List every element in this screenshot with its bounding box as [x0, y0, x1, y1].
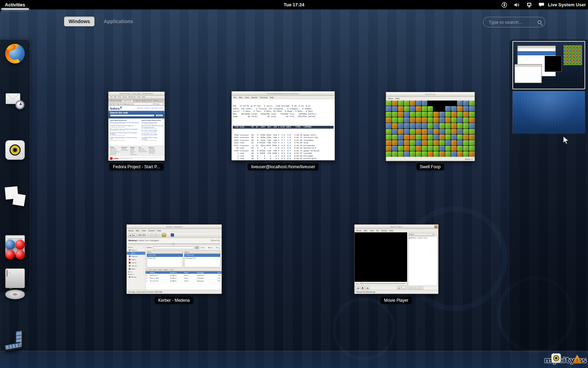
swellfoop-tile[interactable] [398, 129, 404, 134]
swellfoop-tile[interactable] [392, 146, 398, 151]
sidebar-item[interactable]: Last.fm [127, 261, 145, 264]
artist-header[interactable]: Artist [147, 251, 183, 254]
swellfoop-tile[interactable] [457, 146, 463, 151]
swellfoop-tile[interactable] [422, 135, 427, 140]
sidebar-selector[interactable]: Playlist▾ [408, 233, 435, 236]
swellfoop-tile[interactable] [428, 151, 433, 157]
swellfoop-tile[interactable] [422, 146, 427, 151]
swellfoop-tile[interactable] [445, 106, 451, 111]
stores-header[interactable]: Stores [127, 271, 145, 273]
planet-link[interactable]: Christopher Smart: Using F... repository… [141, 137, 163, 142]
announcement-link[interactable]: Comparative Bug initiative for Fedora 15… [110, 125, 140, 128]
swellfoop-tile[interactable] [451, 140, 457, 145]
add-button[interactable]: + [408, 287, 412, 289]
seek-slider[interactable] [127, 243, 222, 245]
swellfoop-tile[interactable] [386, 146, 392, 151]
swellfoop-tile[interactable] [433, 135, 439, 140]
swellfoop-tile[interactable] [410, 135, 415, 140]
swellfoop-tile[interactable] [422, 140, 427, 145]
swellfoop-tile[interactable] [404, 117, 410, 123]
swellfoop-tile[interactable] [451, 106, 457, 111]
search-input[interactable]: Type to search... [483, 17, 545, 27]
user-menu[interactable]: Live System User [548, 2, 586, 7]
menu-item[interactable]: Help [142, 96, 145, 98]
window-terminal[interactable]: liveuser@localhost:/home/liveuser FileEd… [231, 91, 335, 161]
seek-handle[interactable] [172, 243, 175, 245]
tab-windows[interactable]: Windows [64, 16, 94, 26]
swellfoop-tile[interactable] [410, 112, 415, 117]
swellfoop-tile[interactable] [392, 123, 398, 128]
swellfoop-tile[interactable] [439, 117, 445, 123]
track-row[interactable]: 5San San SanHardRockKerberUnplugged5:06 [146, 280, 222, 282]
track-row[interactable]: 4Nebo Je MaloHardRockKerberUnplugged4:04 [146, 277, 222, 280]
swellfoop-tile[interactable] [392, 112, 398, 117]
swellfoop-tile[interactable] [457, 135, 463, 140]
menu-item[interactable]: Terminal [260, 96, 267, 98]
swellfoop-tile[interactable] [410, 117, 415, 123]
swellfoop-tile[interactable] [410, 123, 415, 128]
swellfoop-board[interactable] [386, 101, 475, 157]
swellfoop-tile[interactable] [404, 151, 410, 157]
swellfoop-tile[interactable] [469, 135, 475, 140]
display-icon[interactable] [526, 2, 532, 8]
menu-item[interactable]: Go [376, 230, 379, 232]
workspace-thumbnail-1[interactable] [512, 41, 585, 89]
swellfoop-tile[interactable] [457, 112, 463, 117]
dash-item-shotwell[interactable] [5, 186, 25, 205]
swellfoop-tile[interactable] [457, 123, 463, 128]
library-search-input[interactable] [153, 246, 194, 249]
swellfoop-tile[interactable] [398, 135, 404, 140]
menu-item[interactable]: Help [389, 230, 393, 232]
window-rhythmbox[interactable]: Kerber - Medena MusicEditViewControlHelp… [126, 224, 222, 294]
swellfoop-tile[interactable] [416, 101, 421, 106]
planet-link[interactable]: Greg DeKoenigsberg: May...Tue, 31 May 20… [141, 122, 163, 125]
swellfoop-tile[interactable] [404, 106, 410, 111]
swellfoop-tile[interactable] [386, 123, 392, 128]
swellfoop-tile[interactable] [433, 146, 439, 151]
swellfoop-tile[interactable] [457, 140, 463, 145]
swellfoop-tile[interactable] [416, 123, 421, 128]
swellfoop-tile[interactable] [410, 101, 415, 106]
swellfoop-tile[interactable] [398, 112, 404, 117]
announcement-link[interactable]: Announcing the release of Fedora 15 (Lov… [110, 129, 140, 131]
swellfoop-tile[interactable] [422, 112, 427, 117]
swellfoop-tile[interactable] [463, 117, 469, 123]
artist-row[interactable]: Kerber (13) [147, 257, 183, 260]
filter-button[interactable]: All [195, 246, 199, 249]
table-column-header[interactable]: Artist [159, 268, 164, 271]
menu-item[interactable]: Help [270, 96, 273, 98]
filter-button[interactable]: Titles [215, 246, 220, 249]
swellfoop-tile[interactable] [439, 146, 445, 151]
menu-item[interactable]: Sound [381, 230, 387, 232]
remove-button[interactable]: − [412, 287, 415, 289]
swellfoop-tile[interactable] [422, 101, 427, 106]
time-slider[interactable] [360, 283, 406, 284]
menu-item[interactable]: Bookmarks [128, 96, 136, 98]
swellfoop-tile[interactable] [463, 106, 469, 111]
track-row[interactable]: 2MedenaHardRockKerberUnplugged4:31 [146, 271, 222, 274]
swellfoop-tile[interactable] [463, 101, 469, 106]
swellfoop-tile[interactable] [386, 151, 392, 157]
swellfoop-tile[interactable] [404, 140, 410, 145]
swellfoop-tile[interactable] [433, 140, 439, 145]
swellfoop-tile[interactable] [445, 123, 451, 128]
swellfoop-tile[interactable] [386, 135, 392, 140]
swellfoop-tile[interactable] [439, 129, 445, 134]
playlists-header[interactable]: Playlists [127, 273, 145, 275]
swellfoop-tile[interactable] [457, 117, 463, 123]
table-column-header[interactable]: Album [163, 268, 169, 271]
menu-item[interactable]: Help [157, 230, 161, 232]
planet-link[interactable]: Hans de Goede: USB redirection over the … [141, 125, 163, 130]
menu-item[interactable]: View [370, 230, 374, 232]
track-row[interactable]: 3Ma RadoscuHardRockKerberUnplugged4:06 [146, 274, 222, 277]
swellfoop-tile[interactable] [416, 129, 421, 134]
table-column-header[interactable]: Time [169, 268, 174, 271]
swellfoop-tile[interactable] [422, 129, 427, 134]
menu-item[interactable]: Game [388, 97, 393, 100]
table-column-header[interactable]: # [146, 268, 148, 271]
swellfoop-tile[interactable] [445, 117, 451, 123]
album-row[interactable]: Unplugged (13) [184, 257, 220, 260]
swellfoop-tile[interactable] [463, 123, 469, 128]
sidebar-item[interactable]: Podcasts [127, 255, 145, 258]
swellfoop-tile[interactable] [428, 135, 433, 140]
